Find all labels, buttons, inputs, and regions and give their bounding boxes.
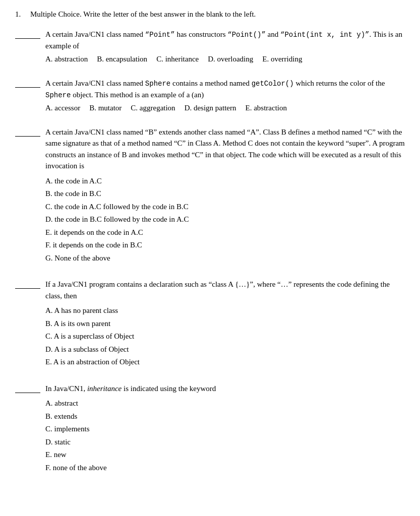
question-4: If a Java/CN1 program contains a declara… [15,279,405,369]
code-point-constructor2: “Point(int x, int y)” [280,31,369,39]
option-4c: C. A is a superclass of Object [45,330,405,343]
italic-inheritance: inheritance [87,384,122,393]
option-2a: A. accessor [45,104,80,112]
code-getcolor: getColor() [252,80,294,88]
answer-blank-4[interactable] [15,281,40,289]
option-1b: B. encapsulation [97,55,147,63]
answer-blank-1[interactable] [15,31,40,39]
question-3-options: A. the code in A.C B. the code in B.C C.… [45,175,405,265]
option-1c: C. inheritance [156,55,199,63]
option-5f: F. none of the above [45,462,405,475]
option-1e: E. overriding [262,55,302,63]
question-2-options: A. accessor B. mutator C. aggregation D.… [45,104,405,112]
option-3g: G. None of the above [45,252,405,265]
option-5b: B. extends [45,410,405,423]
question-1-options: A. abstraction B. encapsulation C. inher… [45,55,405,63]
question-2: A certain Java/CN1 class named Sphere co… [15,78,405,112]
question-4-content: If a Java/CN1 program contains a declara… [45,279,405,369]
option-3c: C. the code in A.C followed by the code … [45,201,405,214]
code-sphere: Sphere [145,80,170,88]
option-3d: D. the code in B.C followed by the code … [45,213,405,226]
question-1-content: A certain Java/CN1 class named “Point” h… [45,29,405,63]
option-1a: A. abstraction [45,55,88,63]
option-4e: E. A is an abstraction of Object [45,356,405,369]
option-4a: A. A has no parent class [45,304,405,317]
code-sphere2: Sphere [45,91,71,99]
question-5-options: A. abstract B. extends C. implements D. … [45,397,405,474]
question-2-content: A certain Java/CN1 class named Sphere co… [45,78,405,112]
option-5c: C. implements [45,423,405,436]
option-4d: D. A is a subclass of Object [45,343,405,356]
question-2-text: A certain Java/CN1 class named Sphere co… [45,78,405,101]
code-point: “Point” [145,31,175,39]
option-3f: F. it depends on the code in B.C [45,239,405,252]
question-1: A certain Java/CN1 class named “Point” h… [15,29,405,63]
header-instruction: Multiple Choice. Write the letter of the… [30,10,256,19]
answer-blank-3[interactable] [15,128,40,137]
option-2b: B. mutator [89,104,122,112]
question-3: A certain Java/CN1 class named “B” exten… [15,126,405,265]
question-4-options: A. A has no parent class B. A is its own… [45,304,405,369]
option-4b: B. A is its own parent [45,317,405,331]
question-5: In Java/CN1, inheritance is indicated us… [15,383,405,475]
answer-blank-5[interactable] [15,385,40,393]
question-1-text: A certain Java/CN1 class named “Point” h… [45,29,405,52]
option-1d: D. overloading [208,55,253,63]
question-3-content: A certain Java/CN1 class named “B” exten… [45,126,405,265]
option-2c: C. aggregation [131,104,175,112]
question-set-number: 1. [15,10,30,19]
question-5-text: In Java/CN1, inheritance is indicated us… [45,383,405,395]
answer-blank-2[interactable] [15,80,40,88]
question-5-content: In Java/CN1, inheritance is indicated us… [45,383,405,475]
option-3e: E. it depends on the code in A.C [45,226,405,239]
option-2e: E. abstraction [246,104,287,112]
header: 1. Multiple Choice. Write the letter of … [15,10,405,19]
question-3-text: A certain Java/CN1 class named “B” exten… [45,126,405,172]
option-5d: D. static [45,436,405,449]
option-2d: D. design pattern [185,104,236,112]
option-3b: B. the code in B.C [45,187,405,201]
option-5e: E. new [45,448,405,462]
code-point-constructor1: “Point()” [227,31,266,39]
option-5a: A. abstract [45,397,405,410]
question-4-text: If a Java/CN1 program contains a declara… [45,279,405,301]
option-3a: A. the code in A.C [45,175,405,188]
